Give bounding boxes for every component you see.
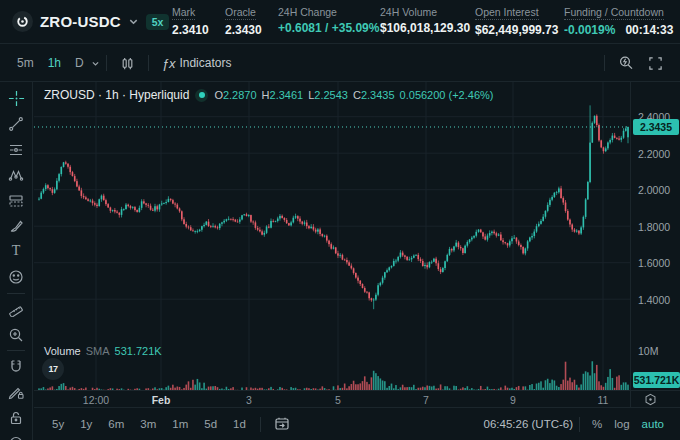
close-value: 2.3435 xyxy=(361,89,395,101)
funding-countdown: 00:14:33 xyxy=(625,23,673,37)
x-tick: 11 xyxy=(598,394,609,406)
stat-mark: Mark 2.3410 xyxy=(172,6,225,37)
funding-rate: -0.0019% xyxy=(564,23,615,37)
market-stats: Mark 2.3410 Oracle 2.3430 24H Change +0.… xyxy=(160,6,680,37)
x-tick: Feb xyxy=(152,394,171,406)
stat-24h-change: 24H Change +0.6081 / +35.09% xyxy=(278,6,380,37)
chart-area: T xyxy=(0,82,680,440)
y-tick: 1.4000 xyxy=(638,294,670,306)
current-volume-badge: 531.721K xyxy=(633,372,680,388)
range-1d-button[interactable]: 1d xyxy=(227,415,252,433)
trading-terminal: ZRO-USDC 5x Mark 2.3410 Oracle 2.3430 24… xyxy=(0,0,680,440)
volume-current-value: 531.721K xyxy=(115,345,162,357)
clock-timezone[interactable]: 06:45:26 (UTC-6) xyxy=(484,418,573,430)
auto-scale-button[interactable]: auto xyxy=(636,415,670,433)
toolbar-separator xyxy=(604,55,605,71)
y-tick: 1.8000 xyxy=(638,221,670,233)
percent-scale-button[interactable]: % xyxy=(586,415,608,433)
zro-coin-icon xyxy=(12,11,33,32)
volume-axis-tick: 10M xyxy=(638,345,658,357)
price-chart[interactable]: ZROUSD · 1h · Hyperliquid O2.2870 H2.346… xyxy=(34,82,680,407)
log-scale-button[interactable]: log xyxy=(608,415,635,433)
candlestick-canvas[interactable] xyxy=(34,82,631,407)
toolbar-separator xyxy=(106,55,107,71)
pair-name: ZRO-USDC xyxy=(40,13,121,30)
toolbar-separator xyxy=(148,55,149,71)
xabcd-pattern-tool[interactable] xyxy=(3,164,29,185)
range-5d-button[interactable]: 5d xyxy=(198,415,223,433)
change-readout: 0.056200 (+2.46%) xyxy=(400,89,494,101)
crosshair-tool[interactable] xyxy=(3,88,29,109)
symbol-legend[interactable]: ZROUSD · 1h · Hyperliquid O2.2870 H2.346… xyxy=(44,88,493,102)
interval-1h-button[interactable]: 1h xyxy=(41,52,68,74)
fx-icon: ƒx xyxy=(162,56,176,71)
x-tick: 3 xyxy=(246,394,252,406)
legend-title: ZROUSD · 1h · Hyperliquid xyxy=(44,88,189,102)
market-header: ZRO-USDC 5x Mark 2.3410 Oracle 2.3430 24… xyxy=(0,0,680,44)
chevron-down-icon xyxy=(128,16,139,27)
screenshot-icon[interactable] xyxy=(611,52,641,74)
trend-line-tool[interactable] xyxy=(3,113,29,134)
tradingview-logo[interactable]: 17 xyxy=(42,358,64,380)
text-tool[interactable]: T xyxy=(3,241,29,262)
chart-toolbar: 5m 1h D ƒx Indicators xyxy=(0,45,680,82)
y-tick: 2.2000 xyxy=(638,148,670,160)
open-interest-value: $62,449,999.73 xyxy=(475,23,564,37)
change-value: +0.6081 / +35.09% xyxy=(278,21,380,35)
chart-bottom-bar: 5y 1y 6m 3m 1m 5d 1d 06:45:26 (UTC-6) % … xyxy=(34,407,680,440)
volume-value: $106,018,129.30 xyxy=(380,21,475,35)
go-to-date-icon[interactable] xyxy=(267,413,297,435)
mark-price: 2.3410 xyxy=(172,23,225,37)
emoji-tool[interactable] xyxy=(3,266,29,287)
stat-funding: Funding / Countdown -0.0019% 00:14:33 xyxy=(564,6,673,37)
x-tick: 5 xyxy=(335,394,341,406)
interval-dropdown-chevron-icon[interactable] xyxy=(91,59,100,68)
low-value: 2.2543 xyxy=(314,89,348,101)
hide-drawings-tool[interactable] xyxy=(3,433,29,440)
stat-oracle: Oracle 2.3430 xyxy=(225,6,278,37)
volume-legend[interactable]: Volume SMA 531.721K xyxy=(44,345,162,357)
pair-selector[interactable]: ZRO-USDC 5x xyxy=(0,11,160,32)
interval-d-button[interactable]: D xyxy=(68,52,91,74)
drawing-toolbar: T xyxy=(0,82,33,440)
bottom-bar-separator xyxy=(579,417,580,432)
fib-retracement-tool[interactable] xyxy=(3,139,29,160)
oracle-price: 2.3430 xyxy=(225,23,278,37)
fullscreen-icon[interactable] xyxy=(641,53,670,74)
range-1m-button[interactable]: 1m xyxy=(166,415,194,433)
ohlc-readout: O2.2870 H2.3461 L2.2543 C2.3435 0.056200… xyxy=(214,89,493,101)
time-axis[interactable]: 12:00 Feb 3 5 7 9 11 xyxy=(34,390,680,407)
open-value: 2.2870 xyxy=(223,89,257,101)
stat-open-interest: Open Interest $62,449,999.73 xyxy=(475,6,564,37)
lock-drawing-tool[interactable] xyxy=(3,382,29,403)
axis-settings-gear-icon[interactable] xyxy=(644,393,657,408)
axis-divider xyxy=(630,82,631,407)
toolbar-divider xyxy=(7,350,25,351)
range-1y-button[interactable]: 1y xyxy=(74,415,98,433)
range-5y-button[interactable]: 5y xyxy=(46,415,70,433)
x-tick: 9 xyxy=(510,394,516,406)
stat-24h-volume: 24H Volume $106,018,129.30 xyxy=(380,6,475,37)
y-tick: 2.0000 xyxy=(638,184,670,196)
toolbar-divider xyxy=(7,293,25,294)
bottom-bar-separator xyxy=(260,417,261,432)
range-6m-button[interactable]: 6m xyxy=(102,415,130,433)
lock-all-tool[interactable] xyxy=(3,407,29,428)
measure-tool[interactable] xyxy=(3,298,29,319)
market-status-dot[interactable] xyxy=(195,89,208,102)
zoom-in-tool[interactable] xyxy=(3,324,29,345)
high-value: 2.3461 xyxy=(270,89,304,101)
x-tick: 12:00 xyxy=(83,394,109,406)
interval-5m-button[interactable]: 5m xyxy=(10,52,41,74)
range-3m-button[interactable]: 3m xyxy=(134,415,162,433)
magnet-tool[interactable] xyxy=(3,356,29,377)
indicators-button[interactable]: ƒx Indicators xyxy=(155,53,239,74)
brush-tool[interactable] xyxy=(3,215,29,236)
long-position-tool[interactable] xyxy=(3,190,29,211)
candle-style-button[interactable] xyxy=(113,53,142,74)
y-tick: 1.6000 xyxy=(638,257,670,269)
current-price-badge: 2.3435 xyxy=(633,119,679,135)
x-tick: 7 xyxy=(423,394,429,406)
